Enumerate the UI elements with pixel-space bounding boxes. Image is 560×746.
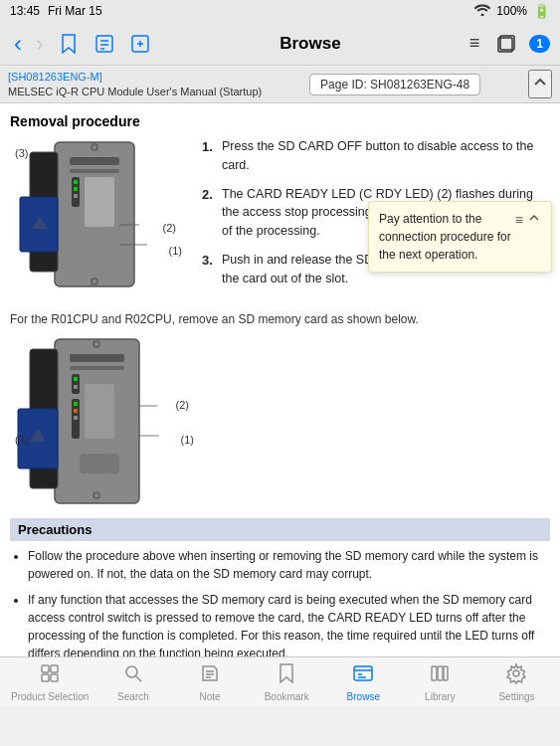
callout-2-top: (2) — [163, 222, 176, 234]
share-button[interactable] — [125, 29, 155, 59]
tab-label-settings: Settings — [498, 691, 534, 702]
callout-1-bottom: (1) — [181, 434, 194, 446]
nav-bar: ‹ › Browse ≡ — [0, 22, 560, 66]
svg-rect-53 — [51, 665, 58, 672]
svg-point-56 — [126, 666, 137, 677]
svg-rect-14 — [70, 157, 119, 165]
tab-icon-library — [429, 662, 451, 689]
svg-point-69 — [513, 670, 519, 676]
tab-label-product: Product Selection — [11, 691, 89, 702]
tab-product-selection[interactable]: Product Selection — [5, 658, 94, 706]
collapse-button[interactable] — [528, 70, 552, 98]
bookmark-button[interactable] — [54, 29, 84, 59]
svg-rect-18 — [74, 187, 78, 191]
doc-id: [SH081263ENG-M] — [8, 70, 262, 84]
svg-rect-33 — [70, 354, 124, 362]
svg-rect-40 — [74, 409, 78, 413]
forward-button[interactable]: › — [32, 26, 48, 62]
svg-line-57 — [136, 676, 141, 681]
tab-note[interactable]: Note — [172, 658, 249, 706]
tab-bar: Product Selection Search Note Bookm — [0, 656, 560, 706]
svg-rect-68 — [444, 666, 448, 680]
back-button[interactable]: ‹ — [10, 26, 26, 62]
tooltip-overlay: Pay attention to the connection procedur… — [368, 201, 552, 273]
battery-display: 100% — [496, 4, 527, 18]
tab-icon-settings — [505, 662, 527, 689]
tab-library[interactable]: Library — [402, 658, 478, 706]
svg-rect-20 — [85, 177, 114, 227]
tab-search[interactable]: Search — [94, 658, 171, 706]
tab-label-search: Search — [117, 691, 149, 702]
svg-rect-43 — [80, 454, 119, 473]
svg-rect-15 — [70, 169, 119, 173]
svg-rect-67 — [438, 666, 443, 680]
callout-2-bottom: (2) — [176, 399, 189, 411]
callout-1-top: (1) — [169, 245, 182, 257]
date-display: Fri Mar 15 — [48, 4, 102, 18]
svg-rect-36 — [74, 377, 78, 381]
edit-button[interactable] — [90, 29, 119, 59]
section-title: Removal procedure — [10, 113, 550, 129]
tooltip-up-icon — [527, 210, 541, 231]
status-bar: 13:45 Fri Mar 15 100% 🔋 — [0, 0, 560, 22]
doc-header: [SH081263ENG-M] MELSEC iQ-R CPU Module U… — [0, 66, 560, 103]
svg-rect-66 — [432, 666, 437, 680]
tab-settings[interactable]: Settings — [478, 658, 555, 706]
top-device-diagram: (3) (2) (1) — [10, 137, 194, 297]
time-display: 13:45 — [10, 4, 40, 18]
tooltip-menu-icon: ≡ — [515, 210, 523, 231]
precautions-section: Precautions Follow the procedure above w… — [10, 518, 550, 656]
page-title: Browse — [280, 34, 340, 54]
step-1: 1. Press the SD CARD OFF button to disab… — [202, 137, 550, 175]
svg-rect-55 — [51, 674, 58, 681]
tab-icon-bookmark — [276, 662, 297, 689]
tab-browse[interactable]: Browse — [325, 658, 402, 706]
pages-button[interactable] — [491, 29, 521, 59]
tab-label-library: Library — [425, 691, 456, 702]
menu-button[interactable]: ≡ — [466, 29, 484, 58]
doc-title: MELSEC iQ-R CPU Module User's Manual (St… — [8, 85, 262, 98]
wifi-icon — [474, 4, 490, 19]
callout-3-bottom: (3) — [15, 434, 28, 446]
svg-rect-17 — [74, 180, 78, 184]
svg-rect-34 — [70, 366, 124, 370]
tab-icon-search — [122, 662, 144, 689]
tooltip-text: Pay attention to the connection procedur… — [379, 210, 515, 264]
tab-icon-product — [39, 662, 61, 689]
svg-rect-42 — [85, 384, 114, 439]
tab-bookmark[interactable]: Bookmark — [249, 658, 325, 706]
page-badge: 1 — [529, 35, 550, 53]
bottom-device-diagram: (3) (2) (1) — [10, 334, 209, 508]
svg-rect-37 — [74, 385, 78, 389]
tab-label-browse: Browse — [347, 691, 380, 702]
page-id: Page ID: SH081263ENG-48 — [309, 74, 480, 95]
precautions-header: Precautions — [10, 518, 550, 541]
main-content: Pay attention to the connection procedur… — [0, 103, 560, 656]
callout-3-top: (3) — [15, 147, 28, 159]
tab-icon-note — [199, 662, 221, 689]
svg-rect-41 — [74, 416, 78, 420]
svg-rect-54 — [42, 674, 49, 681]
battery-icon: 🔋 — [533, 3, 550, 19]
tab-label-note: Note — [199, 691, 220, 702]
svg-rect-19 — [74, 194, 78, 198]
svg-marker-61 — [280, 664, 292, 682]
precaution-item-2: If any function that accesses the SD mem… — [28, 591, 550, 656]
tab-icon-browse — [352, 662, 374, 689]
svg-marker-0 — [63, 35, 75, 53]
precaution-item-1: Follow the procedure above when insertin… — [28, 547, 550, 583]
svg-rect-52 — [42, 665, 49, 672]
svg-rect-62 — [354, 666, 372, 680]
diagram-caption: For the R01CPU and R02CPU, remove an SD … — [10, 311, 550, 328]
svg-rect-39 — [74, 402, 78, 406]
precautions-list: Follow the procedure above when insertin… — [10, 547, 550, 656]
tab-label-bookmark: Bookmark — [265, 691, 309, 702]
